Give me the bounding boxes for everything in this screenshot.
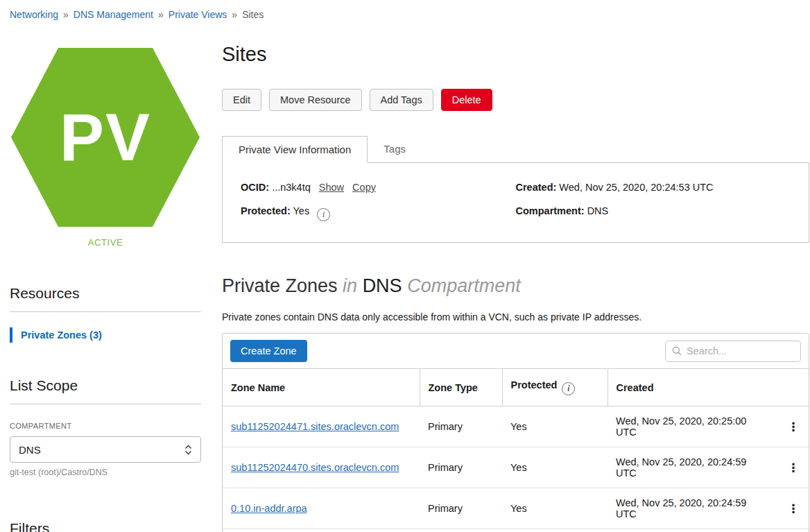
created-cell: Wed, Nov 25, 2020, 20:24:59 UTC [608, 488, 778, 529]
table-row: sub11252024470.sites.oraclevcn.com Prima… [223, 447, 809, 488]
compartment-label: COMPARTMENT [10, 422, 201, 430]
resource-avatar-hexagon: PV [11, 48, 200, 227]
detail-tabs: Private View Information Tags [222, 136, 809, 162]
resources-heading: Resources [10, 285, 201, 302]
row-actions-kebab-icon[interactable]: ⋮ [778, 488, 809, 529]
protected-value: Yes [293, 205, 310, 216]
ocid-copy-link[interactable]: Copy [352, 182, 376, 193]
divider [10, 311, 201, 312]
filters-heading: Filters [10, 520, 201, 532]
heading-in: in [343, 275, 357, 296]
sidebar-item-private-zones[interactable]: Private Zones (3) [10, 327, 201, 343]
search-icon [672, 345, 682, 357]
protected-info-icon[interactable]: i [317, 208, 330, 221]
create-zone-button[interactable]: Create Zone [230, 340, 307, 362]
chevron-up-down-icon [184, 445, 192, 455]
column-header-zone-name: Zone Name [223, 369, 420, 406]
heading-suffix: Compartment [407, 275, 521, 296]
breadcrumb-current: Sites [242, 9, 264, 20]
column-header-created: Created [608, 369, 778, 406]
row-actions-kebab-icon[interactable]: ⋮ [778, 406, 809, 447]
main-content: Sites Edit Move Resource Add Tags Delete… [222, 20, 810, 532]
protected-field: Protected: Yes i [241, 205, 516, 221]
created-value: Wed, Nov 25, 2020, 20:24:53 UTC [559, 182, 713, 193]
zone-type-cell: Primary [420, 406, 502, 447]
created-label: Created: [516, 182, 557, 193]
zones-table: Zone Name Zone Type Protectedi Created s… [223, 368, 809, 529]
private-zones-table-card: Create Zone Zone Name Zone Type Protecte… [222, 333, 809, 532]
heading-primary: Private Zones [222, 275, 338, 296]
breadcrumb-separator: » [158, 9, 164, 20]
zone-name-link[interactable]: sub11252024470.sites.oraclevcn.com [231, 462, 399, 473]
protected-label: Protected: [241, 205, 291, 216]
zone-name-link[interactable]: sub11252024471.sites.oraclevcn.com [231, 421, 399, 432]
created-cell: Wed, Nov 25, 2020, 20:24:59 UTC [608, 447, 778, 488]
action-buttons: Edit Move Resource Add Tags Delete [222, 89, 809, 111]
breadcrumb-dns-management[interactable]: DNS Management [74, 9, 153, 20]
zone-type-cell: Primary [420, 447, 502, 488]
status-badge: ACTIVE [10, 237, 201, 248]
created-cell: Wed, Nov 25, 2020, 20:25:00 UTC [608, 406, 778, 447]
zone-type-cell: Primary [420, 488, 502, 529]
ocid-label: OCID: [241, 182, 269, 193]
breadcrumb-separator: » [232, 9, 237, 20]
table-footer: Showing 3 Items 1 of 1 [223, 529, 809, 532]
private-zones-heading: Private Zones in DNS Compartment [222, 275, 809, 297]
table-toolbar: Create Zone [223, 334, 809, 368]
edit-button[interactable]: Edit [222, 89, 261, 111]
zone-name-link[interactable]: 0.10.in-addr.arpa [231, 503, 307, 514]
ocid-show-link[interactable]: Show [319, 182, 344, 193]
tab-tags[interactable]: Tags [368, 136, 422, 162]
sidebar: PV ACTIVE Resources Private Zones (3) Li… [0, 20, 222, 532]
move-resource-button[interactable]: Move Resource [269, 89, 362, 111]
compartment-field-label: Compartment: [516, 205, 585, 216]
protected-cell: Yes [502, 447, 608, 488]
compartment-field: Compartment: DNS [516, 205, 791, 221]
ocid-value: ...n3k4tq [272, 182, 311, 193]
add-tags-button[interactable]: Add Tags [370, 89, 433, 111]
column-header-protected: Protectedi [502, 369, 608, 406]
breadcrumb-separator: » [63, 9, 69, 20]
table-row: sub11252024471.sites.oraclevcn.com Prima… [223, 406, 809, 447]
protected-cell: Yes [502, 406, 608, 447]
delete-button[interactable]: Delete [441, 89, 492, 111]
private-view-information-panel: OCID: ...n3k4tq Show Copy Created: Wed, … [222, 162, 809, 243]
table-row: 0.10.in-addr.arpa Primary Yes Wed, Nov 2… [223, 488, 809, 529]
breadcrumb-private-views[interactable]: Private Views [169, 9, 227, 20]
avatar-initials: PV [60, 99, 151, 175]
tab-private-view-information[interactable]: Private View Information [222, 136, 368, 163]
search-box[interactable] [665, 341, 801, 362]
page-title: Sites [222, 43, 809, 66]
row-actions-kebab-icon[interactable]: ⋮ [778, 447, 809, 488]
column-header-actions [778, 369, 809, 406]
protected-cell: Yes [502, 488, 608, 529]
list-scope-heading: List Scope [10, 377, 201, 394]
compartment-select-value: DNS [19, 444, 41, 456]
ocid-field: OCID: ...n3k4tq Show Copy [241, 182, 516, 193]
breadcrumb-networking[interactable]: Networking [10, 9, 58, 20]
heading-compartment: DNS [363, 275, 402, 296]
compartment-select[interactable]: DNS [10, 436, 201, 463]
private-zones-description: Private zones contain DNS data only acce… [222, 311, 809, 323]
created-field: Created: Wed, Nov 25, 2020, 20:24:53 UTC [516, 182, 791, 193]
breadcrumb: Networking»DNS Management»Private Views»… [0, 0, 810, 20]
compartment-field-value: DNS [587, 205, 609, 216]
compartment-path-hint: git-test (root)/Castro/DNS [10, 467, 201, 477]
column-header-zone-type: Zone Type [420, 369, 502, 406]
divider [10, 404, 201, 404]
table-header-row: Zone Name Zone Type Protectedi Created [223, 369, 809, 406]
search-input[interactable] [687, 345, 794, 357]
protected-column-info-icon[interactable]: i [562, 382, 575, 395]
